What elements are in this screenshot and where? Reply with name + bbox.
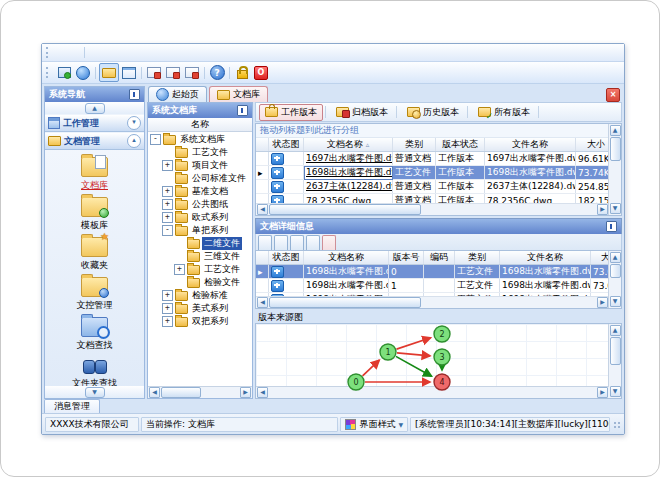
table-hscrollbar[interactable]: ◀ ▶ [256,296,609,308]
table-cell[interactable]: 1698出水嘴零件图.dwg [485,166,576,180]
scroll-thumb[interactable] [269,297,421,308]
menu-item[interactable] [68,52,82,54]
tree-expander-icon[interactable]: - [162,225,173,236]
table-cell[interactable]: 182.15KB [576,194,610,204]
table-cell[interactable]: 普通文档 [393,194,436,204]
table-cell[interactable]: 普通文档 [393,180,436,194]
menu-item[interactable] [101,52,115,54]
tree-expander-icon[interactable]: + [174,264,185,275]
tree-node[interactable]: 工艺文件 [148,146,252,159]
tree-node[interactable]: +双把系列 [148,315,252,328]
tree-node[interactable]: 检验文件 [148,276,252,289]
tree-hscrollbar[interactable]: ◀ ▶ [148,386,252,398]
version-filter-button[interactable]: 历史版本 [401,104,465,121]
table-cell[interactable]: 工作版本 [436,180,485,194]
column-header[interactable]: 文档名称 [304,251,389,265]
table-row[interactable]: 78 2356C.dwg普通文档工作版本78 2356C.dwg182.15KB… [256,194,609,204]
table-row[interactable]: ▸1698出水嘴零件图.dwg工艺文件工作版本1698出水嘴零件图.dwg73.… [256,166,609,180]
table-vscrollbar[interactable]: ▲ ▼ [608,124,621,215]
detail-tab[interactable] [306,235,320,250]
tree-node[interactable]: +检验标准 [148,289,252,302]
column-header[interactable]: 文件名称 [500,251,591,265]
table-cell[interactable]: 78 2356C.dwg [304,194,393,204]
detail-tab[interactable] [322,235,336,250]
scroll-thumb[interactable] [610,264,621,278]
table-row[interactable]: 2637主体(12284).dwg普通文档工作版本2637主体(12284).d… [256,180,609,194]
table-cell[interactable]: 1697出水嘴零件图.dwg [485,152,576,166]
column-header[interactable]: 状态图 [269,251,304,265]
table-cell[interactable]: 1698出水嘴零件图.dwg [304,166,393,180]
scroll-thumb[interactable] [269,204,421,215]
table-cell[interactable]: 工作版本 [436,152,485,166]
scroll-thumb[interactable] [610,137,621,161]
detail-tab[interactable] [290,235,304,250]
table-cell[interactable]: 254.85KB [576,180,610,194]
version-filter-button[interactable]: 归档版本 [330,104,394,121]
sidebar-item[interactable]: 文档库 [81,157,108,192]
globe-icon[interactable] [74,64,92,81]
table-cell[interactable]: 工艺文件 [455,265,500,279]
table-cell[interactable] [424,279,455,293]
chevron-up-icon[interactable]: ▴ [127,134,141,148]
detail-tab[interactable] [274,235,288,250]
table-row[interactable]: 1698出水嘴零件图.dwg1工艺文件1698出水嘴零件图.dwg73.00KB… [256,279,609,293]
scroll-up-icon[interactable]: ▲ [85,103,105,114]
sidebar-item[interactable]: 文件夹查找 [72,357,117,386]
sidebar-panel-docs[interactable]: 文档管理 ▴ [45,132,144,150]
scroll-up-icon[interactable]: ▲ [610,252,621,263]
column-header[interactable]: 类别 [393,138,436,152]
mail-send-icon[interactable] [145,64,163,81]
column-header[interactable]: 状态图 [269,138,304,152]
pin-icon[interactable] [129,89,140,100]
status-cell[interactable] [269,279,304,293]
table-cell[interactable]: 1697出水嘴零件图.dwg [304,152,393,166]
layout-icon[interactable] [120,64,138,81]
column-header[interactable]: 文档名称▵ [304,138,393,152]
tree-expander-icon[interactable]: + [162,199,173,210]
table-vscrollbar[interactable]: ▲ ▼ [608,251,621,308]
status-cell[interactable] [269,166,304,180]
table-cell[interactable]: 73.74KB [576,166,610,180]
table-cell[interactable]: 2637主体(12284).dwg [304,180,393,194]
tree-node[interactable]: 二维文件 [148,237,252,250]
version-filter-button[interactable]: 所有版本 [472,104,536,121]
menu-item[interactable] [115,52,129,54]
column-header[interactable]: 文件名称 [485,138,576,152]
column-header[interactable]: 大小 [576,138,610,152]
tab-document-library[interactable]: 文档库 [209,86,268,102]
table-cell[interactable]: 0 [389,265,424,279]
tree-column-header[interactable]: 名称 [148,118,252,132]
table-cell[interactable]: 96.61KB [576,152,610,166]
power-icon[interactable] [252,64,270,81]
tree-node[interactable]: -单把系列 [148,224,252,237]
scroll-down-icon[interactable]: ▼ [85,387,105,398]
tree-node[interactable]: 公司标准文件 [148,172,252,185]
tab-message-management[interactable]: 消息管理 [44,399,100,413]
table-hscrollbar[interactable]: ◀ ▶ [256,203,609,215]
table-cell[interactable]: 工作版本 [436,166,485,180]
table-cell[interactable]: 工艺文件 [455,279,500,293]
tree-node[interactable]: +基准文档 [148,185,252,198]
tree-node[interactable]: +项目文件 [148,159,252,172]
table-cell[interactable] [424,265,455,279]
table-cell[interactable]: 1698出水嘴零件图.dwg [304,279,389,293]
table-cell[interactable]: 1 [389,279,424,293]
sidebar-item[interactable]: 收藏夹 [81,237,108,272]
column-header[interactable]: 类别 [455,251,500,265]
table-cell[interactable]: 1698出水嘴零件图.dwg [500,279,591,293]
version-filter-button[interactable]: 工作版本 [259,104,323,121]
detail-tab[interactable] [258,235,272,250]
scroll-right-icon[interactable]: ▶ [597,297,608,308]
table-row[interactable]: ▸1698出水嘴零件图.dwg0工艺文件1698出水嘴零件图.dwg73.00K… [256,265,609,279]
scroll-right-icon[interactable]: ▶ [597,204,608,215]
column-header[interactable]: 版本状态 [436,138,485,152]
scroll-left-icon[interactable]: ◀ [257,297,268,308]
folder-open-icon[interactable] [99,63,119,82]
scroll-up-icon[interactable]: ▲ [610,125,621,136]
help-icon[interactable] [208,64,226,81]
window-new-icon[interactable] [55,64,73,81]
lock-icon[interactable] [233,64,251,81]
mail-error-icon[interactable] [183,64,201,81]
scroll-down-icon[interactable]: ▼ [610,203,621,214]
tab-start-page[interactable]: 起始页 [148,86,207,102]
